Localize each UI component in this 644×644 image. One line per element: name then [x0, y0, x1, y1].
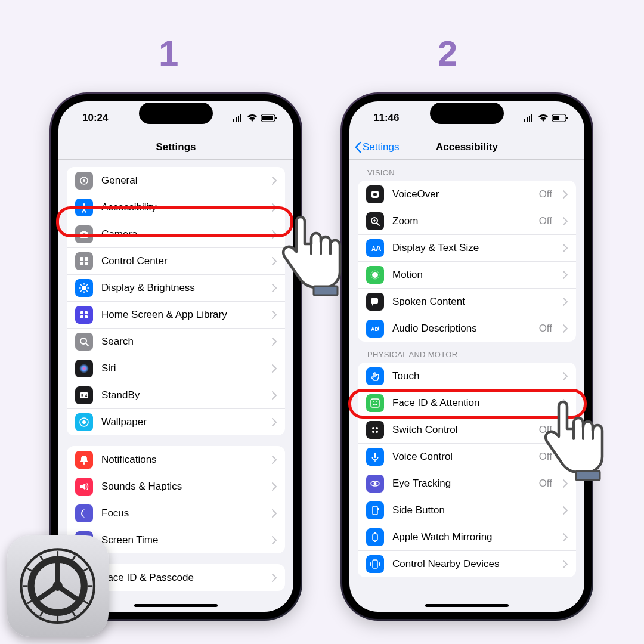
settings-row-eye-tracking[interactable]: Eye TrackingOff	[358, 470, 576, 497]
row-label: Eye Tracking	[392, 478, 531, 490]
chevron-right-icon	[563, 426, 568, 434]
row-label: Wallpaper	[101, 416, 264, 428]
settings-row-control-center[interactable]: Control Center	[67, 247, 285, 274]
settings-row-motion[interactable]: Motion	[358, 261, 576, 288]
settings-row-display-brightness[interactable]: Display & Brightness	[67, 274, 285, 301]
row-label: Sounds & Haptics	[101, 481, 264, 493]
settings-row-camera[interactable]: Camera	[67, 221, 285, 247]
focus-icon	[75, 504, 93, 522]
svg-line-26	[86, 343, 88, 346]
row-label: Control Center	[101, 255, 264, 267]
face-id-attention-icon	[366, 394, 384, 412]
settings-row-notifications[interactable]: Notifications	[67, 446, 285, 473]
row-label: Display & Text Size	[392, 242, 555, 254]
chevron-right-icon	[563, 533, 568, 541]
row-value: Off	[539, 478, 552, 490]
svg-point-41	[373, 193, 377, 196]
chevron-right-icon	[563, 298, 568, 306]
chevron-right-icon	[563, 244, 568, 252]
settings-row-voiceover[interactable]: VoiceOverOff	[358, 181, 576, 208]
row-label: Display & Brightness	[101, 282, 264, 294]
svg-rect-66	[374, 541, 376, 542]
page-title: Settings	[156, 141, 196, 153]
svg-rect-2	[275, 117, 277, 119]
back-button[interactable]: Settings	[354, 141, 399, 153]
settings-row-spoken-content[interactable]: Spoken Content	[358, 288, 576, 315]
chevron-right-icon	[272, 456, 277, 464]
settings-row-home-screen-app-library[interactable]: Home Screen & App Library	[67, 301, 285, 328]
chevron-right-icon	[563, 271, 568, 279]
chevron-right-icon	[272, 203, 277, 212]
chevron-right-icon	[563, 372, 568, 380]
chevron-right-icon	[563, 506, 568, 515]
settings-row-switch-control[interactable]: Switch ControlOff	[358, 416, 576, 443]
chevron-right-icon	[563, 399, 568, 407]
svg-line-80	[27, 569, 32, 571]
svg-rect-9	[85, 257, 88, 261]
settings-row-wallpaper[interactable]: Wallpaper	[67, 408, 285, 435]
settings-row-zoom[interactable]: ZoomOff	[358, 208, 576, 234]
row-label: Spoken Content	[392, 296, 555, 308]
back-label: Settings	[363, 141, 399, 153]
row-label: Motion	[392, 269, 555, 281]
chevron-right-icon	[272, 509, 277, 518]
row-label: Home Screen & App Library	[101, 309, 264, 321]
row-label: Face ID & Passcode	[101, 572, 264, 584]
svg-rect-24	[85, 315, 88, 318]
svg-rect-64	[373, 534, 377, 541]
chevron-right-icon	[272, 257, 277, 265]
svg-line-82	[41, 556, 43, 560]
settings-row-general[interactable]: General	[67, 167, 285, 194]
settings-row-search[interactable]: Search	[67, 328, 285, 355]
svg-rect-62	[373, 506, 377, 515]
wifi-icon	[247, 114, 258, 122]
wallpaper-icon	[75, 413, 93, 431]
chevron-right-icon	[272, 418, 277, 426]
settings-group: VoiceOverOffZoomOffAADisplay & Text Size…	[358, 181, 576, 342]
settings-row-siri[interactable]: Siri	[67, 355, 285, 382]
settings-row-voice-control[interactable]: Voice ControlOff	[358, 443, 576, 470]
svg-rect-52	[371, 399, 379, 407]
svg-rect-1	[262, 116, 273, 120]
svg-rect-59	[374, 453, 376, 458]
settings-row-control-nearby-devices[interactable]: Control Nearby Devices	[358, 550, 576, 577]
settings-row-display-text-size[interactable]: AADisplay & Text Size	[358, 234, 576, 261]
row-label: VoiceOver	[392, 188, 531, 200]
settings-row-face-id-attention[interactable]: Face ID & Attention	[358, 389, 576, 416]
row-label: Apple Watch Mirroring	[392, 531, 555, 543]
settings-row-sounds-haptics[interactable]: Sounds & Haptics	[67, 473, 285, 500]
home-indicator	[425, 604, 509, 607]
settings-row-side-button[interactable]: Side Button	[358, 497, 576, 524]
settings-row-touch[interactable]: Touch	[358, 363, 576, 389]
chevron-right-icon	[563, 190, 568, 199]
svg-point-58	[376, 431, 378, 433]
settings-row-audio-descriptions[interactable]: ADAudio DescriptionsOff	[358, 315, 576, 342]
row-label: Face ID & Attention	[392, 397, 555, 409]
settings-row-accessibility[interactable]: Accessibility	[67, 194, 285, 221]
settings-row-focus[interactable]: Focus	[67, 500, 285, 527]
row-label: Notifications	[101, 454, 264, 466]
settings-row-standby[interactable]: 9:4StandBy	[67, 382, 285, 408]
battery-icon	[552, 114, 568, 122]
row-value: Off	[539, 188, 552, 200]
dynamic-island	[139, 103, 213, 124]
sounds-haptics-icon	[75, 478, 93, 496]
svg-line-76	[41, 612, 43, 616]
settings-row-apple-watch-mirroring[interactable]: Apple Watch Mirroring	[358, 524, 576, 550]
svg-line-18	[86, 290, 88, 292]
siri-icon	[75, 360, 93, 377]
status-time: 11:46	[373, 112, 399, 124]
home-screen-app-library-icon	[75, 306, 93, 324]
cellular-icon	[524, 114, 534, 122]
audio-descriptions-icon: AD	[366, 320, 384, 338]
navbar: Settings	[58, 135, 293, 160]
svg-point-32	[83, 462, 85, 465]
row-value: Off	[539, 215, 552, 227]
row-label: StandBy	[101, 389, 264, 401]
svg-rect-39	[566, 117, 568, 119]
chevron-right-icon	[272, 230, 277, 239]
cellular-icon	[233, 114, 243, 122]
navbar: Settings Accessibility	[349, 135, 584, 160]
row-label: Side Button	[392, 504, 555, 516]
row-value: Off	[539, 424, 552, 436]
